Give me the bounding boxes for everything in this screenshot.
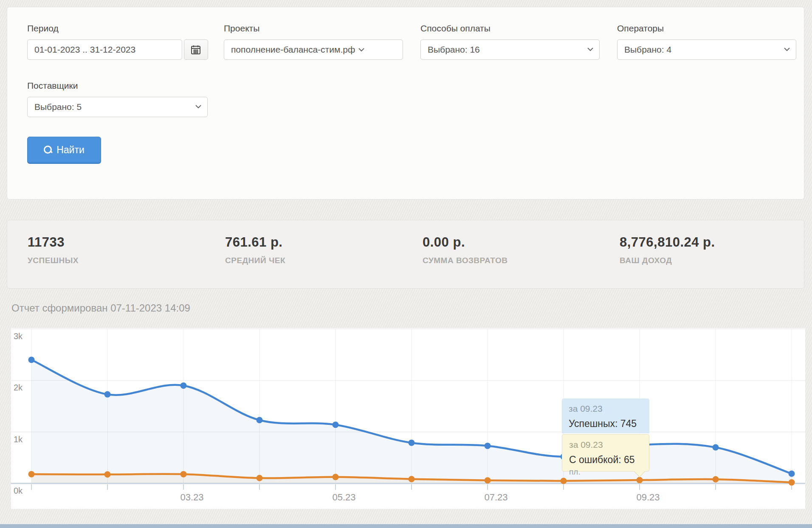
data-point[interactable] xyxy=(257,417,263,423)
search-icon xyxy=(44,146,52,154)
data-point[interactable] xyxy=(257,475,263,481)
suppliers-label: Поставщики xyxy=(27,81,208,91)
stat-value: 761.61 р. xyxy=(225,235,285,250)
data-point[interactable] xyxy=(28,471,35,477)
chevron-down-icon xyxy=(784,48,790,51)
stat-label: СУММА ВОЗВРАТОВ xyxy=(423,256,508,265)
stat-value: 8,776,810.24 р. xyxy=(620,235,715,250)
payment-methods-label: Способы оплаты xyxy=(420,23,600,34)
data-point[interactable] xyxy=(180,382,187,389)
stat-income: 8,776,810.24 р. ВАШ ДОХОД xyxy=(620,235,715,265)
operators-select-value: Выбрано: 4 xyxy=(624,45,671,55)
tooltip-text: С ошибкой: 65 xyxy=(569,454,635,465)
tooltip-period: за 09.23 xyxy=(569,404,643,414)
data-point[interactable] xyxy=(104,391,111,398)
y-tick-label: 2k xyxy=(14,383,23,392)
period-input[interactable] xyxy=(27,39,182,60)
data-point[interactable] xyxy=(333,474,339,480)
stat-value: 11733 xyxy=(28,235,79,250)
y-tick-label: 0k xyxy=(14,486,23,495)
stat-label: СРЕДНИЙ ЧЕК xyxy=(225,256,285,265)
stats-panel: 11733 УСПЕШНЫХ 761.61 р. СРЕДНИЙ ЧЕК 0.0… xyxy=(7,220,804,289)
chevron-down-icon xyxy=(195,105,201,109)
data-point[interactable] xyxy=(409,440,415,446)
tooltip-arrow xyxy=(634,471,646,477)
stat-successful: 11733 УСПЕШНЫХ xyxy=(28,235,79,265)
data-point[interactable] xyxy=(409,476,415,482)
data-point[interactable] xyxy=(561,477,567,484)
x-tick-label: 09.23 xyxy=(636,492,660,503)
tooltip-text: Успешных: 745 xyxy=(569,418,637,429)
tooltip-error: за 09.23 С ошибкой: 65 пл. xyxy=(562,434,649,472)
projects-label: Проекты xyxy=(224,23,403,34)
data-point[interactable] xyxy=(333,421,339,428)
data-point[interactable] xyxy=(789,479,795,486)
stat-label: УСПЕШНЫХ xyxy=(28,256,79,265)
chart-canvas[interactable]: 0k1k2k3k03.2305.2307.2309.23 xyxy=(11,328,805,509)
tooltip-unit: пл. xyxy=(569,467,581,476)
stat-value: 0.00 р. xyxy=(423,235,508,250)
data-point[interactable] xyxy=(713,476,719,483)
stat-label: ВАШ ДОХОД xyxy=(620,256,715,265)
data-point[interactable] xyxy=(485,477,491,483)
search-button[interactable]: Найти xyxy=(27,137,101,164)
payments-chart: 0k1k2k3k03.2305.2307.2309.23 за 09.23 Ус… xyxy=(11,328,805,509)
y-tick-label: 3k xyxy=(14,331,23,341)
data-point[interactable] xyxy=(28,357,35,363)
stat-refunds: 0.00 р. СУММА ВОЗВРАТОВ xyxy=(423,235,508,265)
calendar-icon xyxy=(191,45,201,55)
projects-select-value: пополнение-баланса-стим.рф xyxy=(231,45,355,55)
report-generated-text: Отчет сформирован 07-11-2023 14:09 xyxy=(11,302,190,314)
x-tick-label: 03.23 xyxy=(180,492,203,503)
data-point[interactable] xyxy=(180,471,187,477)
filter-panel: Период Проекты пополнение-баланса-сти xyxy=(7,7,804,199)
operators-select[interactable]: Выбрано: 4 xyxy=(617,39,796,60)
x-tick-label: 07.23 xyxy=(484,492,508,503)
data-point[interactable] xyxy=(485,443,491,449)
payment-methods-select[interactable]: Выбрано: 16 xyxy=(420,39,600,60)
calendar-button[interactable] xyxy=(184,39,208,60)
data-point[interactable] xyxy=(713,444,719,451)
data-point[interactable] xyxy=(637,477,643,483)
period-label: Период xyxy=(27,23,208,34)
search-button-label: Найти xyxy=(56,144,85,156)
stat-average-check: 761.61 р. СРЕДНИЙ ЧЕК xyxy=(225,235,285,265)
suppliers-select-value: Выбрано: 5 xyxy=(34,102,82,112)
data-point[interactable] xyxy=(789,470,795,477)
tooltip-success: за 09.23 Успешных: 745 пл. xyxy=(562,399,649,433)
y-tick-label: 1k xyxy=(14,435,23,444)
projects-select[interactable]: пополнение-баланса-стим.рф xyxy=(224,39,403,60)
tooltip-period: за 09.23 xyxy=(569,440,642,450)
footer-bar xyxy=(0,524,812,528)
chevron-down-icon xyxy=(587,48,593,51)
x-tick-label: 05.23 xyxy=(332,492,355,503)
operators-label: Операторы xyxy=(617,23,796,34)
data-point[interactable] xyxy=(104,471,111,477)
payment-methods-select-value: Выбрано: 16 xyxy=(428,45,480,55)
suppliers-select[interactable]: Выбрано: 5 xyxy=(27,97,208,117)
chevron-down-icon xyxy=(358,48,364,52)
